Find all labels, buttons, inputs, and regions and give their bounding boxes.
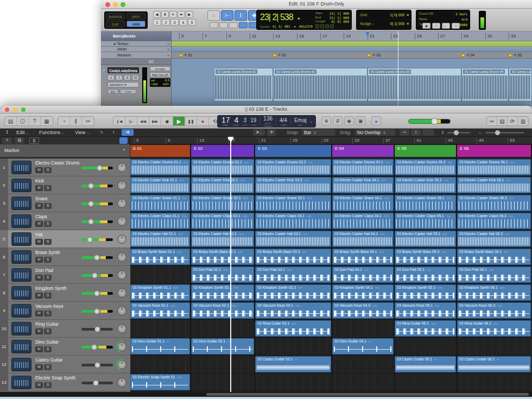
audio-region[interactable]: 03 Electro Caster Hat 06.3∩∩	[457, 231, 531, 247]
ruler-label[interactable]: Bars|Beats	[101, 31, 172, 41]
note-pads-icon[interactable]: ▤	[497, 117, 508, 125]
solo-button[interactable]: S	[44, 257, 52, 263]
audio-clip[interactable]: 01 Candy Landy Drums 04	[461, 68, 509, 102]
tempo-track-content[interactable]	[172, 41, 532, 47]
volume-slider[interactable]	[81, 382, 113, 384]
count-off-label[interactable]: Count Off	[419, 12, 433, 16]
audio-region[interactable]: 03 Brass Synth Bass 02.1∩∩	[191, 249, 254, 265]
audio-region[interactable]: 03 Ring Guitar 03.1∩∩	[255, 320, 331, 337]
horizontal-zoom-knob[interactable]	[495, 130, 500, 135]
volume-slider[interactable]	[81, 185, 113, 187]
marker-region[interactable]: E 05	[395, 145, 457, 157]
audio-region[interactable]: 03 Electro Caster Kick 05.3∩∩	[395, 177, 456, 193]
mute-button[interactable]: M	[35, 311, 43, 316]
mute-button[interactable]: M	[35, 221, 43, 227]
replace-icon[interactable]: ⇵	[333, 116, 343, 125]
record-enable-icon[interactable]	[102, 68, 106, 72]
metronome-icon[interactable]: ▲	[371, 116, 381, 125]
volume-thumb[interactable]	[92, 273, 98, 278]
pan-knob[interactable]	[117, 235, 126, 244]
length-value[interactable]: 0| 0| 000	[331, 20, 349, 24]
zoom-arrow-button[interactable]: ✛	[169, 11, 177, 18]
mute-button[interactable]: M	[35, 346, 43, 352]
marker-region[interactable]: E 04	[332, 145, 395, 157]
grid-value[interactable]: 1| 0| 000 ▾	[390, 13, 409, 17]
edit-insertion-marker[interactable]	[365, 32, 370, 36]
zoom-preset-button[interactable]: 2	[162, 19, 170, 26]
track-header-electric-snap-synth[interactable]: 13Electric Snap SynthMS	[0, 373, 130, 391]
marker-region[interactable]: E 03	[255, 145, 332, 157]
solo-button[interactable]: S	[44, 382, 52, 388]
counter-toggle[interactable]	[330, 24, 334, 28]
toolbar-icon[interactable]: ▦	[41, 117, 53, 125]
track-header-vacuum-keys[interactable]: 9Vacuum KeysMS	[0, 302, 130, 320]
mute-button[interactable]: M	[35, 167, 43, 173]
quick-help-icon[interactable]: ?	[29, 117, 41, 125]
mute-button[interactable]: M	[35, 328, 43, 334]
horizontal-zoom-slider[interactable]	[485, 132, 524, 134]
transport-mini-button[interactable]: ♩	[442, 23, 450, 29]
edit-mini-button[interactable]	[210, 22, 218, 28]
audio-region[interactable]: 03 Kingdom Synth 05.3∩∩	[395, 284, 456, 301]
counter-toggle[interactable]	[320, 24, 324, 28]
flex-icon[interactable]: ≀	[109, 129, 118, 136]
zoom-arrow-button[interactable]: ⬍	[161, 11, 169, 18]
volume-slider[interactable]	[81, 202, 113, 205]
edit-mini-button[interactable]	[219, 22, 228, 28]
play-button[interactable]: ▶	[173, 117, 185, 125]
volume-thumb[interactable]	[88, 183, 94, 189]
markers-track-content[interactable]: F 01F 02F 03F 04F 05	[172, 52, 532, 59]
library-icon[interactable]: ▤	[5, 117, 17, 125]
record-button[interactable]: ●	[197, 117, 209, 125]
end-value[interactable]: 21| 1| 000	[330, 16, 349, 20]
master-volume-slider[interactable]	[408, 119, 451, 124]
audio-region[interactable]: 03 Vacuum Keys 06.3∩∩	[457, 302, 531, 319]
mute-button[interactable]: M	[35, 239, 43, 245]
pan-knob[interactable]	[117, 252, 126, 262]
counter-toggle[interactable]	[325, 24, 329, 28]
transport-mini-button[interactable]: ⎍	[432, 23, 440, 29]
trim-tool-icon[interactable]: ⊢	[221, 10, 233, 21]
snap-select[interactable]: Bar⇕	[302, 129, 335, 136]
slip-mode-button[interactable]: SLIP	[106, 21, 125, 27]
audio-region[interactable]: 03 Electro Caster Kick 02.1∩∩	[191, 177, 254, 193]
audio-region[interactable]: 03 Vacuum Keys 05.1∩∩	[395, 302, 456, 319]
pan-knob[interactable]	[117, 360, 126, 369]
master-stack-button[interactable]: S	[29, 137, 39, 144]
apple-loops-icon[interactable]: ⟳	[508, 117, 518, 125]
audio-region[interactable]: 03 Dino Guitar 01.1∩	[130, 338, 190, 354]
audio-region[interactable]: 03 Don Pad 05.1∩∩	[395, 267, 456, 283]
audio-region[interactable]: 03 Castro Guitar 03.1∩	[255, 356, 331, 372]
pan-knob[interactable]	[117, 378, 126, 387]
dyn-button[interactable]: dyn	[107, 89, 118, 94]
volume-thumb[interactable]	[93, 380, 99, 386]
rewind-button[interactable]: ◀◀	[137, 117, 149, 125]
markers-track-label[interactable]: Markers+	[101, 52, 172, 59]
solo-button[interactable]: S	[44, 346, 52, 352]
view-menu[interactable]: View⌄	[75, 130, 90, 136]
pan-right-value[interactable]: 100>	[163, 83, 169, 86]
zoomer-tool-icon[interactable]: ◌	[207, 10, 220, 21]
track-header-electro-caster-drums[interactable]: 1Electro Caster DrumsMS	[0, 159, 130, 176]
audio-region[interactable]: 03 Brass Synth Bass 03.3∩∩	[255, 249, 331, 265]
fit-zoom-icon[interactable]	[422, 129, 434, 136]
track-header-castro-guitar[interactable]: 12Castro GuitarMS	[0, 356, 130, 373]
zoom-preset-button[interactable]: 1	[153, 19, 161, 26]
audio-region[interactable]: 03 Electro Caster Claps 02.1∩∩	[191, 213, 254, 229]
pan-knob[interactable]	[117, 270, 126, 280]
grid-mode-button[interactable]: GRID	[126, 21, 145, 27]
volume-thumb[interactable]	[94, 362, 100, 368]
volume-thumb[interactable]	[88, 219, 94, 225]
track-header-claps[interactable]: 4ClapsMS	[0, 212, 130, 230]
tuner-icon[interactable]: ⊗	[321, 116, 331, 125]
volume-thumb[interactable]	[91, 344, 97, 350]
solo-button[interactable]: S	[124, 75, 131, 80]
catch-playhead-button[interactable]: ⇉	[122, 129, 134, 136]
audio-region[interactable]: 03 Electro Caster Drums 01.1∩∩	[130, 159, 190, 175]
volume-thumb[interactable]	[94, 308, 100, 314]
edit-mini-button[interactable]	[239, 22, 248, 28]
tempo-track-label[interactable]: ▸ Tempo+	[101, 41, 172, 47]
audio-region[interactable]: 03 Electro Caster Snare 02.1∩∩	[191, 195, 254, 211]
audio-region[interactable]: 03 Vacuum Keys 02.1∩∩	[191, 302, 254, 319]
master-volume-thumb[interactable]	[431, 118, 438, 125]
